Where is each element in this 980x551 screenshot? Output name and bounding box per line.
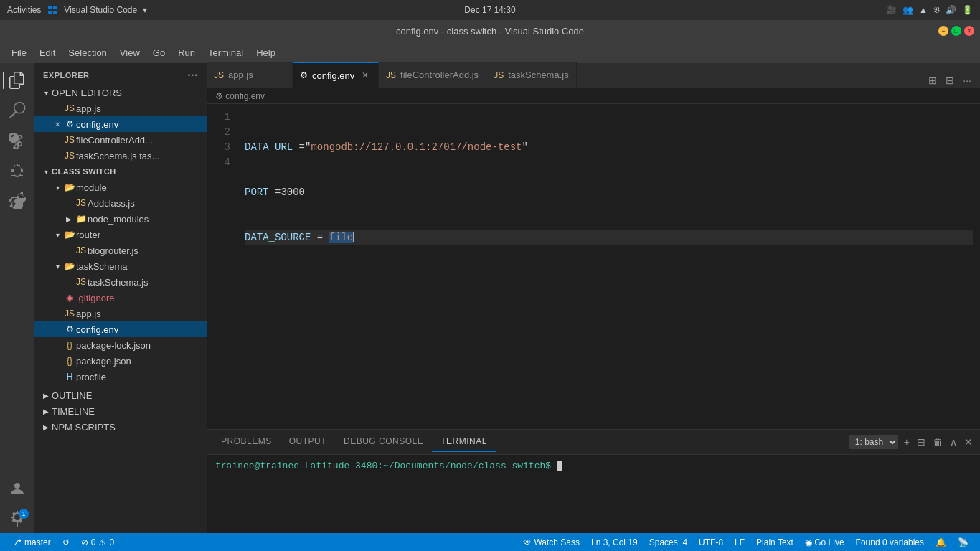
tab-appjs[interactable]: JS app.js	[207, 62, 293, 88]
js-file-icon: JS	[63, 103, 76, 113]
maximize-button[interactable]: □	[951, 26, 961, 36]
split-terminal-button[interactable]: ⊟	[915, 435, 927, 449]
title-bar: config.env - class switch - Visual Studi…	[0, 20, 980, 42]
panel-tab-actions: 1: bash + ⊟ 🗑 ∧ ✕	[849, 435, 974, 449]
menu-bar: File Edit Selection View Go Run Terminal…	[0, 42, 980, 63]
errors-status[interactable]: ⊘ 0 ⚠ 0	[75, 533, 120, 551]
package-lock-file[interactable]: {} package-lock.json	[34, 337, 207, 353]
open-editor-appjs[interactable]: JS app.js	[34, 100, 207, 116]
env-file-icon: ⚙	[63, 119, 76, 129]
tab-bar: JS app.js ⚙ config.env ✕ JS fileControll…	[207, 63, 980, 88]
source-control-activity-icon[interactable]	[3, 126, 32, 155]
blogrouter-file[interactable]: JS blogrouter.js	[34, 242, 207, 258]
git-branch-status[interactable]: ⎇ master	[6, 533, 57, 551]
extensions-activity-icon[interactable]	[3, 187, 32, 215]
addclass-file[interactable]: JS Addclass.js	[34, 195, 207, 211]
terminal-selector[interactable]: 1: bash	[849, 435, 898, 449]
code-line-4	[245, 276, 973, 291]
module-folder[interactable]: ▾ 📂 module	[34, 179, 207, 195]
dropdown-icon: ▾	[143, 5, 147, 15]
menu-selection[interactable]: Selection	[62, 44, 112, 61]
timeline-header[interactable]: ▶ TIMELINE	[34, 403, 207, 419]
package-json-file[interactable]: {} package.json	[34, 353, 207, 369]
code-line-1: DATA_URL ="mongodb://127.0.0.1:27017/nod…	[245, 140, 973, 155]
menu-run[interactable]: Run	[172, 44, 201, 61]
app-js-file[interactable]: JS app.js	[34, 306, 207, 321]
settings-badge: 1	[19, 509, 29, 519]
open-editor-configenv[interactable]: ✕ ⚙ config.env	[34, 116, 207, 132]
breadcrumb-item[interactable]: ⚙ config.env	[215, 91, 265, 101]
broadcast-status[interactable]: 📡	[952, 537, 974, 547]
bell-icon: 🔔	[936, 537, 946, 547]
scrollbar-track[interactable]	[973, 104, 980, 429]
menu-view[interactable]: View	[114, 44, 146, 61]
explorer-more-button[interactable]: ···	[187, 69, 198, 82]
layout-button[interactable]: ⊟	[943, 73, 957, 88]
tab-terminal[interactable]: TERMINAL	[432, 432, 496, 452]
taskschema-folder[interactable]: ▾ 📂 taskSchema	[34, 258, 207, 274]
class-switch-header[interactable]: ▾ CLASS SWITCH	[34, 164, 207, 179]
taskschema-file[interactable]: JS taskSchema.js	[34, 274, 207, 290]
split-editor-button[interactable]: ⊞	[925, 73, 940, 88]
code-editor[interactable]: DATA_URL ="mongodb://127.0.0.1:27017/nod…	[239, 104, 973, 429]
minimize-button[interactable]: −	[938, 26, 948, 36]
open-editors-header[interactable]: ▾ OPEN EDITORS	[34, 85, 207, 100]
cursor-position-status[interactable]: Ln 3, Col 19	[585, 537, 644, 547]
battery-icon: 🔋	[962, 5, 973, 15]
search-activity-icon[interactable]	[3, 96, 32, 125]
tab-filecontroller[interactable]: JS fileControllerAdd.js	[379, 62, 486, 88]
svg-rect-3	[53, 11, 57, 14]
encoding-status[interactable]: UTF-8	[693, 537, 729, 547]
kill-terminal-button[interactable]: 🗑	[931, 435, 944, 449]
tab-output[interactable]: OUTPUT	[281, 432, 335, 452]
tab-configenv-label: config.env	[312, 70, 354, 81]
go-live-status[interactable]: ◉ Go Live	[799, 537, 850, 547]
watch-sass-status[interactable]: 👁 Watch Sass	[517, 537, 585, 547]
variables-status[interactable]: Found 0 variables	[850, 537, 930, 547]
spaces-status[interactable]: Spaces: 4	[644, 537, 693, 547]
config-env-file[interactable]: ⚙ config.env	[34, 321, 207, 337]
terminal-content[interactable]: trainee@trainee-Latitude-3480:~/Document…	[207, 455, 980, 533]
line-ending-label: LF	[735, 537, 745, 547]
debug-activity-icon[interactable]	[3, 156, 32, 185]
npm-scripts-header[interactable]: ▶ NPM SCRIPTS	[34, 419, 207, 435]
open-editor-filecontroller[interactable]: JS fileControllerAdd...	[34, 132, 207, 148]
panel-close-button[interactable]: ✕	[963, 435, 974, 449]
sync-status[interactable]: ↺	[57, 533, 75, 551]
settings-activity-icon[interactable]: 1	[3, 504, 32, 533]
menu-terminal[interactable]: Terminal	[202, 44, 249, 61]
tab-taskschema-label: taskSchema.js	[508, 70, 569, 80]
more-actions-button[interactable]: ···	[960, 73, 974, 88]
terminal-cursor	[557, 461, 562, 471]
tab-problems[interactable]: PROBLEMS	[212, 432, 281, 452]
menu-edit[interactable]: Edit	[34, 44, 61, 61]
menu-go[interactable]: Go	[147, 44, 171, 61]
explorer-activity-icon[interactable]	[3, 66, 32, 95]
open-editor-taskschema[interactable]: JS taskSchema.js tas...	[34, 148, 207, 164]
node-modules-folder[interactable]: ▶ 📁 node_modules	[34, 211, 207, 227]
warnings-count: 0	[109, 537, 114, 547]
activities-label[interactable]: Activities	[7, 5, 41, 15]
line-ending-status[interactable]: LF	[729, 537, 750, 547]
router-folder[interactable]: ▾ 📂 router	[34, 227, 207, 242]
outline-header[interactable]: ▶ OUTLINE	[34, 387, 207, 403]
procfile-file[interactable]: H procfile	[34, 369, 207, 385]
tab-filecontroller-label: fileControllerAdd.js	[400, 70, 479, 80]
new-terminal-button[interactable]: +	[903, 435, 911, 449]
js-taskschema-icon: JS	[75, 277, 88, 287]
close-button[interactable]: ×	[964, 26, 974, 36]
menu-file[interactable]: File	[6, 44, 32, 61]
tab-configenv-close[interactable]: ✕	[362, 70, 369, 80]
gitignore-file[interactable]: ◉ .gitignore	[34, 290, 207, 306]
menu-help[interactable]: Help	[250, 44, 281, 61]
line-num-4: 4	[207, 155, 230, 170]
tab-debug-console[interactable]: DEBUG CONSOLE	[335, 432, 432, 452]
language-status[interactable]: Plain Text	[750, 537, 799, 547]
class-switch-section: ▾ CLASS SWITCH ▾ 📂 module JS Addclass.js…	[34, 164, 207, 385]
accounts-activity-icon[interactable]	[3, 474, 32, 503]
notifications-status[interactable]: 🔔	[930, 537, 952, 547]
panel-up-button[interactable]: ∧	[948, 435, 958, 449]
tab-configenv[interactable]: ⚙ config.env ✕	[293, 62, 379, 88]
volume-icon: 🔊	[946, 5, 956, 15]
tab-taskschema[interactable]: JS taskSchema.js	[486, 62, 577, 88]
